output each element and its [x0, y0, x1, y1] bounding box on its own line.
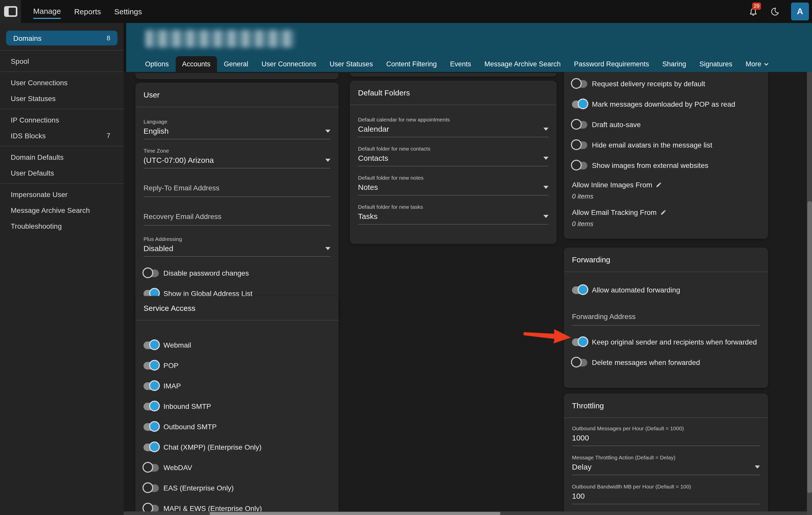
select-value-row[interactable]: English — [144, 127, 330, 139]
avatar[interactable]: A — [791, 3, 809, 21]
field-value: Notes — [358, 183, 378, 191]
toggle-label: Webmail — [164, 340, 191, 350]
sidebar-item-user-statuses[interactable]: User Statuses — [0, 90, 124, 106]
notifications-button[interactable]: 29 — [748, 6, 758, 17]
tab-accounts[interactable]: Accounts — [175, 56, 217, 72]
sidebar-item-user-connections[interactable]: User Connections — [0, 74, 124, 90]
vertical-scrollbar[interactable] — [807, 72, 812, 515]
toggle-allow-automated-forwarding[interactable] — [572, 286, 587, 294]
pencil-icon[interactable] — [660, 209, 666, 215]
sidebar-item-label: Message Archive Search — [11, 206, 90, 214]
select-value-row[interactable]: Disabled — [144, 244, 330, 257]
sidebar-item-impersonate-user[interactable]: Impersonate User — [0, 186, 124, 202]
card-title: Forwarding — [572, 255, 610, 264]
select-value-row[interactable]: Notes — [358, 183, 549, 195]
toggle-knob — [571, 357, 582, 367]
sidebar-item-spool[interactable]: Spool — [0, 53, 124, 69]
tab-content-filtering[interactable]: Content Filtering — [379, 56, 443, 72]
input-value-row[interactable]: 100 — [572, 491, 760, 504]
sidebar-group: Domain DefaultsUser Defaults — [0, 146, 124, 183]
toggle-show-images-from-external-websites[interactable] — [572, 161, 587, 169]
toggle-disable-password-changes[interactable] — [144, 269, 159, 277]
field-value: Delay — [572, 462, 592, 471]
field-value: (UTC-07:00) Arizona — [144, 156, 214, 164]
field-time-zone[interactable]: Time Zone(UTC-07:00) Arizona — [144, 148, 330, 169]
sidebar-item-label: Troubleshooting — [11, 222, 62, 230]
sidebar-item-message-archive-search[interactable]: Message Archive Search — [0, 202, 124, 218]
select-value-row[interactable]: Delay — [572, 462, 760, 475]
field-default-folder-for-new-contacts[interactable]: Default folder for new contactsContacts — [358, 146, 549, 166]
select-value-row[interactable]: (UTC-07:00) Arizona — [144, 156, 330, 169]
toggle-webdav[interactable] — [144, 464, 159, 472]
tab-options[interactable]: Options — [138, 56, 175, 72]
toggle-row-chat-xmpp-enterprise-only: Chat (XMPP) (Enterprise Only) — [144, 440, 330, 454]
tab-events[interactable]: Events — [443, 56, 478, 72]
toggle-request-delivery-receipts-by-default[interactable] — [572, 80, 587, 88]
sidebar-toggle-icon — [4, 6, 17, 17]
toggle-label: Chat (XMPP) (Enterprise Only) — [164, 443, 261, 452]
dropdown-caret-icon — [325, 129, 330, 132]
theme-toggle-button[interactable] — [770, 6, 780, 17]
toggle-pop[interactable] — [144, 362, 159, 369]
sidebar-item-ip-connections[interactable]: IP Connections — [0, 112, 124, 128]
sidebar-item-label: User Connections — [11, 78, 68, 87]
tab-sharing[interactable]: Sharing — [656, 56, 693, 72]
domain-tabs: OptionsAccountsGeneralUser ConnectionsUs… — [138, 56, 809, 72]
tab-label: More — [746, 60, 761, 68]
horizontal-scrollbar[interactable] — [124, 511, 807, 515]
toggle-outbound-smtp[interactable] — [144, 423, 159, 430]
horizontal-scrollbar-thumb[interactable] — [209, 512, 500, 515]
card-forwarding: ForwardingAllow automated forwardingForw… — [564, 247, 768, 388]
toggle-mapi-ews-enterprise-only[interactable] — [144, 505, 159, 512]
field-reply-to-email-address[interactable]: Reply-To Email Address — [144, 184, 330, 197]
tab-message-archive-search[interactable]: Message Archive Search — [478, 56, 568, 72]
tab-user-statuses[interactable]: User Statuses — [323, 56, 380, 72]
pencil-icon[interactable] — [656, 182, 662, 188]
dropdown-caret-icon — [543, 156, 549, 159]
field-default-calendar-for-new-appointments[interactable]: Default calendar for new appointmentsCal… — [358, 116, 549, 137]
select-value-row[interactable]: Contacts — [358, 154, 549, 166]
toggle-eas-enterprise-only[interactable] — [144, 484, 159, 492]
topbar-right: 29 A — [748, 3, 809, 21]
toggle-label: Hide email avatars in the message list — [592, 140, 713, 150]
field-forwarding-address[interactable]: Forwarding Address — [572, 312, 760, 326]
sidebar-toggle-button[interactable] — [0, 0, 21, 23]
toggle-label: Delete messages when forwarded — [592, 358, 700, 367]
nav-item-settings[interactable]: Settings — [114, 5, 142, 18]
field-default-folder-for-new-tasks[interactable]: Default folder for new tasksTasks — [358, 204, 549, 224]
toggle-row-delete-messages-when-forwarded: Delete messages when forwarded — [572, 355, 760, 369]
sidebar-item-troubleshooting[interactable]: Troubleshooting — [0, 218, 124, 234]
field-message-throttling-action-default-delay[interactable]: Message Throttling Action (Default = Del… — [572, 454, 760, 475]
toggle-delete-messages-when-forwarded[interactable] — [572, 359, 587, 366]
toggle-draft-auto-save[interactable] — [572, 121, 587, 128]
sidebar-item-user-defaults[interactable]: User Defaults — [0, 165, 124, 181]
toggle-mark-messages-downloaded-by-pop-as-read[interactable] — [572, 100, 587, 108]
sidebar-item-ids-blocks[interactable]: IDS Blocks7 — [0, 128, 124, 144]
tab-more[interactable]: More — [739, 56, 775, 72]
select-value-row[interactable]: Tasks — [358, 212, 549, 224]
toggle-imap[interactable] — [144, 382, 159, 390]
nav-item-reports[interactable]: Reports — [74, 5, 101, 18]
tab-general[interactable]: General — [217, 56, 255, 72]
input-value-row[interactable]: 1000 — [572, 433, 760, 446]
nav-item-manage[interactable]: Manage — [33, 4, 61, 19]
toggle-inbound-smtp[interactable] — [144, 402, 159, 410]
vertical-scrollbar-thumb[interactable] — [807, 201, 812, 493]
field-default-folder-for-new-notes[interactable]: Default folder for new notesNotes — [358, 175, 549, 195]
tab-signatures[interactable]: Signatures — [693, 56, 739, 72]
field-recovery-email-address[interactable]: Recovery Email Address — [144, 212, 330, 225]
toggle-knob — [149, 442, 160, 452]
select-value-row[interactable]: Calendar — [358, 125, 549, 137]
card-header: Throttling — [564, 394, 768, 418]
tab-user-connections[interactable]: User Connections — [255, 56, 323, 72]
toggle-chat-xmpp-enterprise-only[interactable] — [144, 443, 159, 451]
field-language[interactable]: LanguageEnglish — [144, 118, 330, 139]
sidebar-item-domains[interactable]: Domains8 — [6, 31, 117, 46]
sidebar-item-domain-defaults[interactable]: Domain Defaults — [0, 149, 124, 165]
toggle-keep-original-sender-and-recipients-when-forwarded[interactable] — [572, 338, 587, 346]
toggle-webmail[interactable] — [144, 341, 159, 349]
field-plus-addressing[interactable]: Plus AddressingDisabled — [144, 236, 330, 257]
toggle-hide-email-avatars-in-the-message-list[interactable] — [572, 141, 587, 149]
dropdown-caret-icon — [325, 247, 330, 250]
tab-password-requirements[interactable]: Password Requirements — [568, 56, 656, 72]
